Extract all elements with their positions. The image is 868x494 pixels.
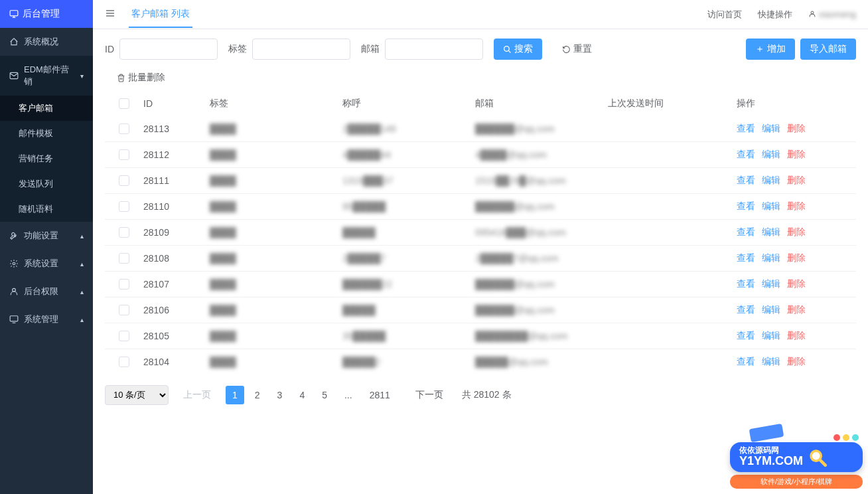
view-link[interactable]: 查看: [737, 175, 755, 185]
delete-link[interactable]: 删除: [787, 201, 806, 211]
page-number[interactable]: ...: [338, 386, 359, 404]
row-checkbox[interactable]: [119, 305, 129, 315]
row-checkbox[interactable]: [119, 331, 129, 341]
input-tag[interactable]: [252, 39, 350, 60]
edit-link[interactable]: 编辑: [762, 226, 780, 237]
prev-button[interactable]: 上一页: [177, 385, 218, 405]
filter-bar: ID 标签 邮箱 搜索 重置 ＋ 增加: [105, 39, 856, 60]
search-button[interactable]: 搜索: [494, 39, 542, 60]
delete-link[interactable]: 删除: [787, 252, 806, 263]
view-link[interactable]: 查看: [737, 278, 755, 289]
sidebar-item[interactable]: EDM邮件营销▾: [0, 56, 93, 96]
sidebar-subitem[interactable]: 营销任务: [0, 146, 93, 171]
row-checkbox[interactable]: [119, 201, 129, 212]
edit-link[interactable]: 编辑: [762, 201, 780, 211]
batch-delete-button[interactable]: 批量删除: [117, 72, 165, 84]
page-size-select[interactable]: 10 条/页: [105, 385, 169, 405]
chevron-icon: ▴: [80, 288, 84, 295]
edit-link[interactable]: 编辑: [762, 356, 780, 367]
page-number[interactable]: 1: [226, 386, 244, 404]
sidebar-item[interactable]: 后台权限▴: [0, 278, 93, 305]
view-link[interactable]: 查看: [737, 149, 755, 159]
input-email[interactable]: [385, 39, 483, 60]
svg-line-13: [508, 50, 510, 52]
edit-link[interactable]: 编辑: [762, 123, 780, 133]
cell-name: 2█████149: [338, 124, 471, 134]
delete-link[interactable]: 删除: [787, 149, 806, 159]
cell-name: █████: [338, 227, 471, 238]
view-link[interactable]: 查看: [737, 226, 755, 237]
edit-link[interactable]: 编辑: [762, 278, 780, 289]
link-home[interactable]: 访问首页: [707, 9, 742, 21]
row-checkbox[interactable]: [119, 124, 129, 134]
user-menu[interactable]: xiaomeng: [808, 9, 856, 19]
label-tag: 标签: [228, 43, 247, 55]
row-checkbox[interactable]: [119, 279, 129, 289]
tab-customer-email[interactable]: 客户邮箱 列表: [129, 1, 192, 28]
checkbox-all[interactable]: [119, 98, 129, 109]
delete-link[interactable]: 删除: [787, 356, 806, 367]
cell-ops: 查看 编辑 删除: [730, 330, 852, 342]
edit-link[interactable]: 编辑: [762, 252, 780, 263]
corner-badge[interactable]: 依依源码网 Y1YM.COM 软件/游戏/小程序/棋牌: [730, 442, 863, 489]
view-link[interactable]: 查看: [737, 330, 755, 341]
sidebar-item[interactable]: 功能设置▴: [0, 222, 93, 250]
delete-link[interactable]: 删除: [787, 123, 806, 133]
label-email: 邮箱: [361, 43, 380, 55]
row-checkbox[interactable]: [119, 357, 129, 367]
page-number[interactable]: 5: [315, 386, 334, 404]
cell-id: 28110: [139, 201, 206, 212]
sidebar-subitem[interactable]: 随机语料: [0, 197, 93, 222]
next-button[interactable]: 下一页: [409, 385, 450, 405]
row-checkbox[interactable]: [119, 253, 129, 264]
sidebar-subitem[interactable]: 发送队列: [0, 171, 93, 197]
sidebar-subitem[interactable]: 客户邮箱: [0, 96, 93, 121]
sidebar-item[interactable]: 系统设置▴: [0, 250, 93, 278]
delete-link[interactable]: 删除: [787, 304, 806, 315]
sidebar-subitem[interactable]: 邮件模板: [0, 121, 93, 146]
cell-ops: 查看 编辑 删除: [730, 278, 852, 290]
topbar: 客户邮箱 列表 访问首页 快捷操作 xiaomeng: [93, 0, 868, 29]
hamburger-icon[interactable]: [105, 8, 115, 21]
import-button[interactable]: 导入邮箱: [800, 39, 856, 60]
view-link[interactable]: 查看: [737, 123, 755, 133]
edit-link[interactable]: 编辑: [762, 304, 780, 315]
page-number[interactable]: 4: [293, 386, 311, 404]
table-row: 28106 ████ █████ ██████@qq.com 查看 编辑 删除: [105, 297, 856, 323]
link-quick[interactable]: 快捷操作: [758, 9, 792, 21]
delete-link[interactable]: 删除: [787, 226, 806, 237]
page-number[interactable]: 3: [271, 386, 289, 404]
view-link[interactable]: 查看: [737, 356, 755, 367]
view-link[interactable]: 查看: [737, 201, 755, 211]
cell-tag: ████: [206, 227, 338, 238]
corner-sub: 软件/游戏/小程序/棋牌: [730, 475, 863, 489]
page-number[interactable]: 2: [248, 386, 267, 404]
search-button-label: 搜索: [514, 43, 533, 55]
view-link[interactable]: 查看: [737, 304, 755, 315]
edit-link[interactable]: 编辑: [762, 330, 780, 341]
corner-domain: Y1YM.COM: [739, 455, 803, 468]
sidebar-item-label: 系统概况: [24, 36, 58, 48]
sidebar-item[interactable]: 系统管理▴: [0, 305, 93, 333]
edit-link[interactable]: 编辑: [762, 149, 780, 159]
chevron-icon: ▴: [80, 232, 84, 240]
col-name: 称呼: [338, 98, 471, 110]
delete-link[interactable]: 删除: [787, 175, 806, 185]
sidebar-item[interactable]: 系统概况: [0, 28, 93, 56]
row-checkbox[interactable]: [119, 175, 129, 186]
reset-button[interactable]: 重置: [553, 39, 601, 60]
cell-name: 95█████: [338, 201, 471, 212]
input-id[interactable]: [119, 39, 218, 60]
view-link[interactable]: 查看: [737, 252, 755, 263]
page-number[interactable]: 2811: [363, 386, 397, 404]
home-icon: [9, 37, 19, 46]
add-button[interactable]: ＋ 增加: [746, 39, 795, 60]
user-name: xiaomeng: [819, 9, 856, 19]
delete-link[interactable]: 删除: [787, 330, 806, 341]
delete-link[interactable]: 删除: [787, 278, 806, 289]
cell-tag: ████: [206, 201, 338, 212]
cell-email: 2█████7@qq.com: [471, 253, 604, 264]
edit-link[interactable]: 编辑: [762, 175, 780, 185]
row-checkbox[interactable]: [119, 227, 129, 238]
row-checkbox[interactable]: [119, 149, 129, 160]
